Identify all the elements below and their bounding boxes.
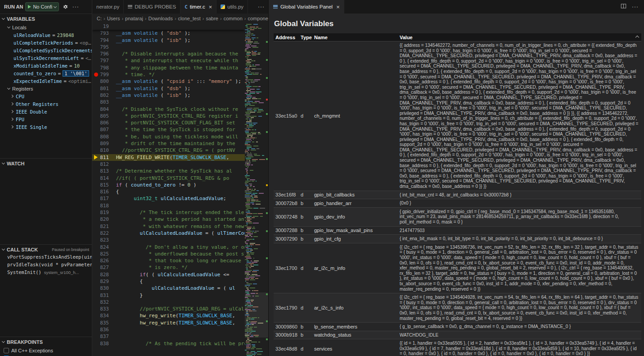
gutter[interactable]: 821 — [92, 223, 113, 230]
gutter[interactable]: 795 — [92, 44, 113, 50]
more-actions-icon[interactable]: ··· — [72, 2, 80, 11]
code-line[interactable]: 832 — [92, 299, 268, 306]
gutter[interactable]: 812 — [92, 161, 113, 168]
code-line[interactable]: 838 /* As the pending tick will be proc — [92, 340, 268, 347]
gutter[interactable]: 826 — [92, 257, 113, 264]
code-line[interactable]: 807 * the time the SysTick is stopped fo… — [92, 126, 268, 133]
variables-section-header[interactable]: VARIABLES — [0, 14, 92, 23]
code-line[interactable]: 831 } — [92, 292, 268, 299]
chevron-up-icon[interactable] — [635, 35, 639, 39]
gutter[interactable]: 814 — [92, 175, 113, 182]
gutter[interactable]: 808 — [92, 133, 113, 140]
code-line[interactable]: 821 * with whatever remains of the new — [92, 223, 268, 230]
breadcrumb-item[interactable]: common — [224, 16, 243, 21]
more-actions-icon[interactable]: ··· — [632, 4, 639, 9]
code-line[interactable]: 811 HW_REG_FIELD_WRITE(TIMER_SLOWCLK_BAS… — [92, 154, 268, 161]
gutter[interactable]: 811 — [92, 154, 113, 161]
breadcrumb-item[interactable]: pnataraj — [125, 16, 143, 21]
code-line[interactable]: 820 * a new tick period has started an — [92, 216, 268, 223]
variable-row[interactable]: ulCompletedSysTickDecrements=<optimized … — [0, 46, 92, 54]
tab-nerator-py[interactable]: nerator.py — [92, 0, 124, 14]
code-line[interactable]: 798 * any slippage between the time main… — [92, 64, 268, 71]
gutter[interactable]: 838 — [92, 340, 113, 347]
stack-frame[interactable]: vPortSuppressTicksAndSleep(uint32_t) — [0, 254, 92, 262]
code-line[interactable]: 799 * time. */ — [92, 71, 268, 78]
gutter[interactable]: 796 — [92, 50, 113, 57]
gutter[interactable]: 804 — [92, 106, 113, 113]
code-line[interactable]: 835 hw_reg_write(TIMER_SLOWCLK_BASE, — [92, 319, 268, 326]
code-line[interactable]: 796 /* Disable interrupts again because … — [92, 50, 268, 57]
gear-icon[interactable] — [61, 2, 69, 11]
gutter[interactable]: 829 — [92, 278, 113, 285]
register-group-ieee-double[interactable]: IEEE Double — [0, 108, 92, 115]
register-group-other-registers[interactable]: Other Registers — [0, 100, 92, 108]
close-icon[interactable]: × — [336, 4, 340, 10]
gutter[interactable]: 835 — [92, 319, 113, 326]
code-line[interactable]: 795 — [92, 44, 268, 50]
gutter[interactable]: 819 — [92, 209, 113, 216]
breakpoint-item[interactable]: All C++ Exceptions — [0, 347, 92, 354]
code-line[interactable]: 833 //portNVIC_SYSTICK_LOAD_REG = ulCal — [92, 306, 268, 312]
code-line[interactable]: 826 * that took too long or because th — [92, 257, 268, 264]
gutter[interactable]: 793 — [92, 30, 113, 37]
code-line[interactable]: 806 * portNVIC_SYSTICK_COUNT_FLAG_BIT se… — [92, 119, 268, 126]
code-line[interactable]: 819 /* The tick interrupt ended the sle — [92, 209, 268, 216]
gutter[interactable]: 810 — [92, 147, 113, 154]
gutter[interactable]: 818 — [92, 202, 113, 209]
breakpoint-item[interactable]: ✓timer.cC:\Users\pnataraj\...799 — [0, 354, 92, 356]
more-tabs-icon[interactable]: ··· — [258, 4, 265, 9]
gutter[interactable]: 801 — [92, 85, 113, 92]
split-editor-icon[interactable] — [621, 3, 626, 11]
breadcrumb-item[interactable]: components — [248, 16, 269, 21]
variable-row[interactable]: ulCompleteTickPeriods=<optimized out> — [0, 39, 92, 46]
variable-row[interactable]: xExpectedIdleTime=<optimized out> — [0, 77, 92, 85]
code-line[interactable]: 823 — [92, 237, 268, 243]
minimap[interactable] — [245, 23, 268, 356]
gutter[interactable]: 832 — [92, 299, 113, 306]
gutter[interactable]: 794 — [92, 37, 113, 44]
gutter[interactable]: 834 — [92, 312, 113, 319]
code-line[interactable]: 805 * portNVIC_SYSTICK_CTRL_REG register… — [92, 113, 268, 119]
code-line[interactable]: 797 * and interrupts that execute while … — [92, 57, 268, 64]
start-debugging-icon[interactable] — [28, 5, 31, 9]
breadcrumb-item[interactable]: sabre — [206, 16, 218, 21]
code-line[interactable]: 800 __asm volatile ( "cpsid i" ::: "memo… — [92, 78, 268, 85]
call-stack-section-header[interactable]: CALL STACK Paused on breakpoint — [0, 245, 92, 254]
gutter[interactable]: 827 — [92, 264, 113, 271]
watch-section-header[interactable]: WATCH — [0, 159, 92, 168]
gutter[interactable]: 824 — [92, 244, 113, 251]
gutter[interactable]: 815 — [92, 182, 113, 188]
code-line[interactable]: 834 hw_reg_write(TIMER_SLOWCLK_BASE, — [92, 312, 268, 319]
code-line[interactable]: 824 /* Don't allow a tiny value, or one — [92, 244, 268, 251]
code-line[interactable]: 829 { — [92, 278, 268, 285]
variable-row[interactable]: counted_to_zero=1 '\001' — [0, 69, 92, 77]
code-line[interactable]: 810 //portNVIC_SYSTICK_CTRL_REG = ( port… — [92, 147, 268, 154]
register-group-ieee-single[interactable]: IEEE Single — [0, 123, 92, 131]
gutter[interactable]: 798 — [92, 64, 113, 71]
breadcrumb-item[interactable]: clone_test — [178, 16, 201, 21]
variable-row[interactable]: ulReloadValue=239848 — [0, 31, 92, 39]
gutter[interactable]: 823 — [92, 237, 113, 243]
gutter[interactable]: 807 — [92, 126, 113, 133]
gutter[interactable]: 828 — [92, 271, 113, 278]
gutter[interactable]: 802 — [92, 92, 113, 99]
gutter[interactable]: 805 — [92, 113, 113, 119]
tab-global-variables-panel[interactable]: Global Variables Panel × — [269, 0, 344, 14]
breadcrumb-item[interactable]: Users — [107, 16, 120, 21]
gutter[interactable]: 809 — [92, 140, 113, 147]
code-line[interactable]: 815 if ( counted_to_zero != 0 ) — [92, 182, 268, 188]
stack-frame[interactable]: prvIdleTask(void * pvParameters) — [0, 262, 92, 269]
gutter[interactable]: 830 — [92, 285, 113, 292]
gutter[interactable]: 816 — [92, 188, 113, 195]
code-line[interactable]: 817 uint32_t ulCalculatedLoadValue; — [92, 195, 268, 202]
variable-row[interactable]: ulSysTickDecrementsLeft=<optimized out> — [0, 54, 92, 62]
close-icon[interactable]: × — [209, 4, 212, 10]
gutter[interactable]: 825 — [92, 251, 113, 257]
gutter[interactable]: 797 — [92, 57, 113, 64]
gutter[interactable]: 837 — [92, 333, 113, 340]
variable-row[interactable]: xModifiableIdleTime=10 — [0, 62, 92, 69]
breakpoint-dot-icon[interactable] — [92, 71, 99, 78]
code-line[interactable]: 828 if( ( ulCalculatedLoadValue <= — [92, 271, 268, 278]
code-line[interactable]: 825 * underflowed because the post sle — [92, 251, 268, 257]
code-line[interactable]: 836 — [92, 326, 268, 333]
